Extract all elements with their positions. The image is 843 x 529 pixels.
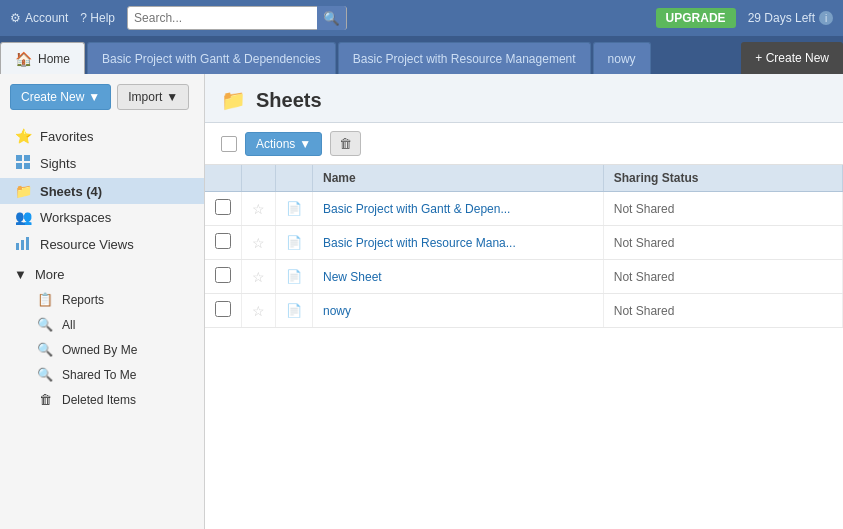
tab-nowy[interactable]: nowy — [593, 42, 651, 74]
resource-views-label: Resource Views — [40, 237, 134, 252]
sidebar-sub-owned[interactable]: 🔍 Owned By Me — [0, 337, 204, 362]
row-star-icon-1[interactable]: ☆ — [252, 235, 265, 251]
account-link[interactable]: ⚙ Account — [10, 11, 68, 25]
tab-gantt[interactable]: Basic Project with Gantt & Dependencies — [87, 42, 336, 74]
resource-views-icon — [14, 235, 32, 254]
sidebar: Create New ▼ Import ▼ ⭐ Favorites Sights… — [0, 74, 205, 529]
info-icon[interactable]: i — [819, 11, 833, 25]
sidebar-sub-reports[interactable]: 📋 Reports — [0, 287, 204, 312]
tab-home[interactable]: 🏠 Home — [0, 42, 85, 74]
shared-icon: 🔍 — [36, 367, 54, 382]
row-name-link-2[interactable]: New Sheet — [323, 270, 382, 284]
row-file-icon-cell: 📄 — [276, 260, 313, 294]
sidebar-item-resource-views[interactable]: Resource Views — [0, 230, 204, 259]
table-row: ☆ 📄 Basic Project with Gantt & Depen... … — [205, 192, 843, 226]
row-file-icon-cell: 📄 — [276, 226, 313, 260]
row-name-cell-1: Basic Project with Resource Mana... — [313, 226, 604, 260]
create-btn-label: Create New — [21, 90, 84, 104]
sidebar-more-header[interactable]: ▼ More — [0, 262, 204, 287]
row-name-cell-3: nowy — [313, 294, 604, 328]
workspaces-icon: 👥 — [14, 209, 32, 225]
tab-resource-label: Basic Project with Resource Management — [353, 52, 576, 66]
row-name-link-0[interactable]: Basic Project with Gantt & Depen... — [323, 202, 510, 216]
sights-label: Sights — [40, 156, 76, 171]
row-star-icon-0[interactable]: ☆ — [252, 201, 265, 217]
row-star-cell: ☆ — [242, 226, 276, 260]
sidebar-favorites-section: ⭐ Favorites Sights 📁 Sheets (4) 👥 Worksp… — [0, 120, 204, 262]
row-checkbox-0[interactable] — [215, 199, 231, 215]
sheets-icon: 📁 — [14, 183, 32, 199]
row-checkbox-cell — [205, 226, 242, 260]
row-file-icon-3: 📄 — [286, 303, 302, 318]
row-sharing-status-3: Not Shared — [614, 304, 675, 318]
table-header-row: Name Sharing Status — [205, 165, 843, 192]
row-star-cell: ☆ — [242, 260, 276, 294]
search-input[interactable] — [134, 11, 317, 25]
star-icon: ⭐ — [14, 128, 32, 144]
svg-rect-2 — [16, 163, 22, 169]
col-star-header — [242, 165, 276, 192]
sidebar-item-sights[interactable]: Sights — [0, 149, 204, 178]
table-row: ☆ 📄 New Sheet Not Shared — [205, 260, 843, 294]
sidebar-item-workspaces[interactable]: 👥 Workspaces — [0, 204, 204, 230]
row-star-cell: ☆ — [242, 294, 276, 328]
import-btn-label: Import — [128, 90, 162, 104]
content-toolbar: Actions ▼ 🗑 — [205, 123, 843, 165]
row-file-icon-0: 📄 — [286, 201, 302, 216]
owned-label: Owned By Me — [62, 343, 137, 357]
delete-button[interactable]: 🗑 — [330, 131, 361, 156]
main-area: Create New ▼ Import ▼ ⭐ Favorites Sights… — [0, 74, 843, 529]
svg-rect-6 — [26, 237, 29, 250]
row-checkbox-3[interactable] — [215, 301, 231, 317]
import-dropdown-icon: ▼ — [166, 90, 178, 104]
create-new-tab-button[interactable]: + Create New — [741, 42, 843, 74]
row-checkbox-1[interactable] — [215, 233, 231, 249]
table-row: ☆ 📄 nowy Not Shared — [205, 294, 843, 328]
actions-button[interactable]: Actions ▼ — [245, 132, 322, 156]
row-sharing-status-1: Not Shared — [614, 236, 675, 250]
shared-label: Shared To Me — [62, 368, 137, 382]
row-star-icon-3[interactable]: ☆ — [252, 303, 265, 319]
col-sharing-header: Sharing Status — [603, 165, 842, 192]
sidebar-create-button[interactable]: Create New ▼ — [10, 84, 111, 110]
sidebar-item-sheets[interactable]: 📁 Sheets (4) — [0, 178, 204, 204]
row-checkbox-2[interactable] — [215, 267, 231, 283]
svg-rect-5 — [21, 240, 24, 250]
reports-label: Reports — [62, 293, 104, 307]
content-folder-icon: 📁 — [221, 88, 246, 112]
sidebar-item-favorites[interactable]: ⭐ Favorites — [0, 123, 204, 149]
sheets-table: Name Sharing Status ☆ 📄 Basic Project wi… — [205, 165, 843, 328]
sidebar-sub-all[interactable]: 🔍 All — [0, 312, 204, 337]
sidebar-action-buttons: Create New ▼ Import ▼ — [0, 84, 204, 120]
help-link[interactable]: ? Help — [80, 11, 115, 25]
sidebar-sub-deleted[interactable]: 🗑 Deleted Items — [0, 387, 204, 412]
row-sharing-cell-1: Not Shared — [603, 226, 842, 260]
row-name-link-1[interactable]: Basic Project with Resource Mana... — [323, 236, 516, 250]
row-name-link-3[interactable]: nowy — [323, 304, 351, 318]
row-file-icon-cell: 📄 — [276, 192, 313, 226]
sheets-table-body: ☆ 📄 Basic Project with Gantt & Depen... … — [205, 192, 843, 328]
upgrade-button[interactable]: UPGRADE — [656, 8, 736, 28]
row-name-cell-0: Basic Project with Gantt & Depen... — [313, 192, 604, 226]
row-star-icon-2[interactable]: ☆ — [252, 269, 265, 285]
tab-resource[interactable]: Basic Project with Resource Management — [338, 42, 591, 74]
row-sharing-status-2: Not Shared — [614, 270, 675, 284]
tab-gantt-label: Basic Project with Gantt & Dependencies — [102, 52, 321, 66]
sidebar-import-button[interactable]: Import ▼ — [117, 84, 189, 110]
content-area: 📁 Sheets Actions ▼ 🗑 Name Sharing Status — [205, 74, 843, 529]
select-all-checkbox[interactable] — [221, 136, 237, 152]
content-header: 📁 Sheets — [205, 74, 843, 123]
row-checkbox-cell — [205, 294, 242, 328]
delete-icon: 🗑 — [339, 136, 352, 151]
row-file-icon-1: 📄 — [286, 235, 302, 250]
create-dropdown-icon: ▼ — [88, 90, 100, 104]
svg-rect-3 — [24, 163, 30, 169]
workspaces-label: Workspaces — [40, 210, 111, 225]
row-sharing-cell-0: Not Shared — [603, 192, 842, 226]
svg-rect-1 — [24, 155, 30, 161]
search-button[interactable]: 🔍 — [317, 6, 346, 30]
actions-dropdown-icon: ▼ — [299, 137, 311, 151]
sidebar-sub-shared[interactable]: 🔍 Shared To Me — [0, 362, 204, 387]
deleted-icon: 🗑 — [36, 392, 54, 407]
reports-icon: 📋 — [36, 292, 54, 307]
